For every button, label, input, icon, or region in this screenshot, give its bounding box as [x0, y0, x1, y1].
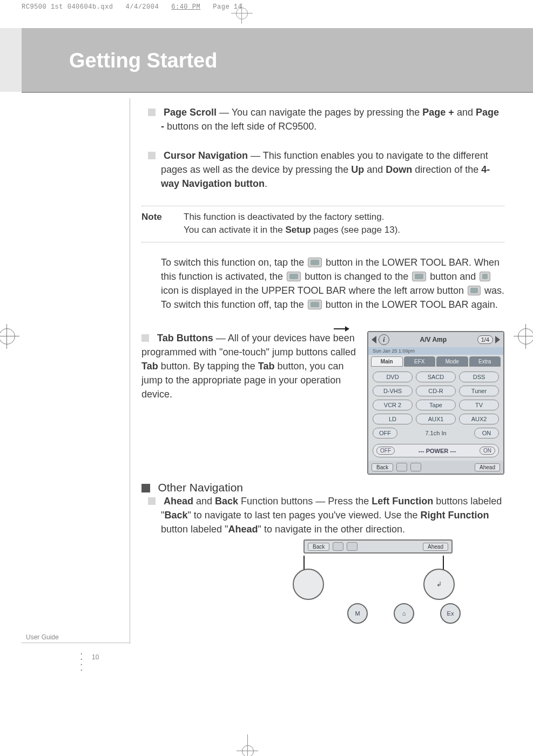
tab-buttons-text: Tab Buttons — All of your devices have b… — [141, 331, 357, 401]
nav-indicator-icon — [480, 272, 490, 281]
lower-tool-bar-strip: Back Ahead — [303, 539, 453, 554]
power-on: ON — [480, 447, 495, 455]
toolbar-icon — [333, 542, 343, 551]
back-tab: Back — [308, 543, 329, 551]
ahead-tab: Ahead — [475, 463, 500, 471]
registration-mark — [0, 324, 19, 349]
grid-btn: LD — [373, 414, 413, 424]
note-block: Note This function is deactivated by the… — [141, 206, 504, 242]
bullet-icon — [148, 497, 156, 505]
slug-time: 6:40 PM — [171, 3, 200, 11]
device-grid: DVD SACD DSS D-VHS CD-R Tuner VCR 2 Tape… — [368, 368, 503, 428]
grid-btn: DVD — [373, 372, 413, 382]
function-buttons: ↲ — [293, 569, 455, 600]
toolbar-toggle-alt-icon — [412, 272, 426, 281]
grid-btn: Tuner — [459, 386, 499, 396]
ahead-tab: Ahead — [423, 543, 448, 551]
back-tab: Back — [372, 463, 393, 471]
on-btn: ON — [474, 428, 499, 438]
left-arrow-icon — [468, 286, 481, 295]
page-number: 10 — [92, 653, 99, 661]
ex-button: Ex — [440, 603, 461, 624]
tab-main: Main — [371, 356, 403, 367]
page-title: Getting Started — [69, 50, 217, 71]
callout-line — [443, 556, 444, 571]
lead: Cursor Navigation — [164, 150, 248, 161]
switch-paragraph: To switch this function on, tap the butt… — [161, 255, 504, 312]
prepress-slug: RC9500 1st 040604b.qxd 4/4/2004 6:40 PM … — [22, 3, 242, 11]
toolbar-toggle-icon — [287, 272, 301, 281]
column-separator — [130, 98, 130, 644]
home-button: ⌂ — [394, 603, 414, 624]
bullet-icon — [141, 484, 150, 492]
header-band-left — [0, 28, 22, 92]
button-illustration: Back Ahead ↲ M ⌂ Ex — [303, 539, 504, 624]
grid-btn: CD-R — [416, 386, 456, 396]
grid-btn: VCR 2 — [373, 400, 413, 410]
ahead-back-item: Ahead and Back Function buttons — Press … — [161, 494, 504, 536]
device-screenshot: i A/V Amp 1/4 Sun Jan 25 1:09pm Main EFX… — [367, 331, 504, 475]
device-tabs: Main EFX Mode Extra — [368, 355, 503, 368]
device-71ch-row: OFF 7.1ch In ON — [368, 428, 503, 442]
device-top-bar: i A/V Amp 1/4 — [368, 332, 503, 347]
grid-btn: Tape — [416, 400, 456, 410]
page-indicator: 1/4 — [477, 335, 493, 344]
device-title: A/V Amp — [392, 336, 475, 343]
slug-file: RC9500 1st 040604b.qxd — [22, 3, 113, 11]
power-label: --- POWER --- — [395, 448, 480, 454]
cursor-nav-item: Cursor Navigation — This function enable… — [161, 148, 504, 191]
other-nav-heading: Other Navigation — [158, 481, 243, 494]
grid-btn: AUX1 — [416, 414, 456, 424]
power-off: OFF — [376, 447, 395, 455]
bullet-icon — [148, 109, 156, 116]
grid-btn: SACD — [416, 372, 456, 382]
grid-btn: D-VHS — [373, 386, 413, 396]
toolbar-toggle-alt-icon — [308, 300, 322, 309]
left-function-button — [293, 569, 324, 600]
note-body: This function is deactivated by the fact… — [184, 211, 504, 237]
toolbar-toggle-icon — [308, 258, 322, 267]
toolbar-icon — [410, 463, 421, 471]
bullet-icon — [141, 334, 149, 342]
lead: Page Scroll — [164, 107, 217, 118]
m-button: M — [347, 603, 368, 624]
prev-arrow-icon — [372, 336, 376, 343]
body-column: Page Scroll — You can navigate the pages… — [141, 105, 504, 624]
device-bottom-bar: Back Ahead — [368, 461, 503, 474]
small-buttons: M ⌂ Ex — [347, 603, 461, 624]
tab-buttons-row: Tab Buttons — All of your devices have b… — [141, 331, 504, 475]
slug-date: 4/4/2004 — [126, 3, 159, 11]
toolbar-icon — [347, 542, 357, 551]
bullet-icon — [148, 152, 156, 159]
user-guide-label: User Guide — [26, 633, 59, 641]
page-scroll-item: Page Scroll — You can navigate the pages… — [161, 105, 504, 133]
tab-efx: EFX — [404, 356, 436, 367]
grid-btn: TV — [459, 400, 499, 410]
note-label: Note — [141, 211, 184, 237]
right-function-button: ↲ — [423, 569, 455, 600]
footer-dots: .... — [80, 648, 83, 670]
device-power-row: OFF --- POWER --- ON — [373, 444, 499, 457]
next-arrow-icon — [495, 336, 500, 343]
registration-mark — [514, 324, 533, 349]
tab-mode: Mode — [436, 356, 468, 367]
info-icon: i — [379, 334, 389, 345]
crop-mark — [236, 8, 248, 19]
other-nav-heading-row: Other Navigation — [141, 481, 504, 494]
page: { "slug": { "file": "RC9500 1st 040604b.… — [0, 0, 533, 756]
toolbar-icon — [396, 463, 407, 471]
71ch-label: 7.1ch In — [401, 430, 471, 436]
footer-rule — [22, 643, 130, 643]
header-rule — [22, 92, 533, 93]
grid-btn: AUX2 — [459, 414, 499, 424]
device-datetime: Sun Jan 25 1:09pm — [368, 347, 503, 355]
grid-btn: DSS — [459, 372, 499, 382]
tab-callout-arrow — [334, 328, 349, 329]
off-btn: OFF — [373, 428, 397, 438]
tab-extra: Extra — [469, 356, 501, 367]
